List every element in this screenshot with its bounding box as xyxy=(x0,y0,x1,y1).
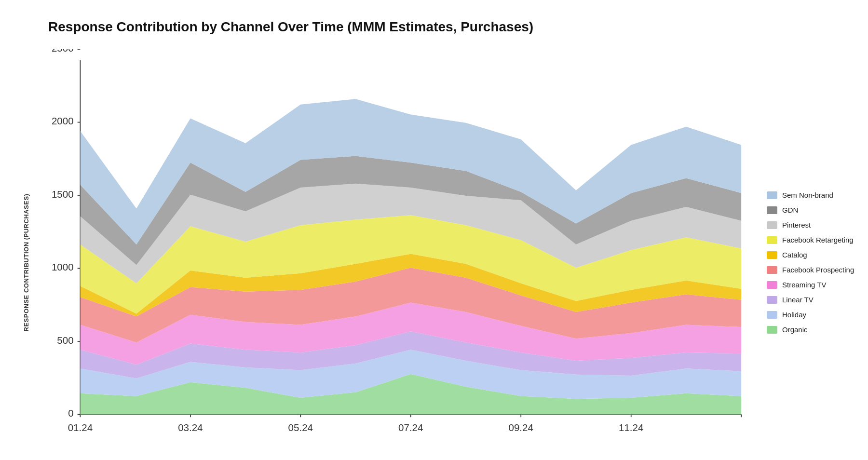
chart-plot-area: 0 500 1000 1500 2000 xyxy=(36,49,752,460)
legend-item-pinterest: Pinterest xyxy=(767,221,858,229)
legend-label-fb-prospecting: Facebook Prospecting xyxy=(782,266,854,274)
legend-swatch-gdn xyxy=(767,206,777,214)
svg-text:1500: 1500 xyxy=(52,189,74,200)
svg-text:11.24: 11.24 xyxy=(619,422,643,433)
legend-swatch-pinterest xyxy=(767,221,777,229)
svg-text:2000: 2000 xyxy=(52,115,74,126)
legend-container: Sem Non-brand GDN Pinterest Facebook Ret… xyxy=(752,49,858,460)
legend-item-catalog: Catalog xyxy=(767,251,858,259)
svg-text:09.24: 09.24 xyxy=(509,422,533,433)
legend-item-fb-prospecting: Facebook Prospecting xyxy=(767,266,858,274)
chart-title: Response Contribution by Channel Over Ti… xyxy=(19,19,858,35)
legend-label-organic: Organic xyxy=(782,325,808,334)
legend-item-streaming-tv: Streaming TV xyxy=(767,281,858,289)
svg-text:0: 0 xyxy=(68,407,73,419)
y-axis-label-container: RESPONSE CONTRIBUTION (PURCHASES) xyxy=(19,49,34,460)
legend-label-gdn: GDN xyxy=(782,206,798,214)
legend-item-organic: Organic xyxy=(767,325,858,334)
legend-label-catalog: Catalog xyxy=(782,251,807,259)
legend-swatch-organic xyxy=(767,326,777,334)
legend-label-holiday: Holiday xyxy=(782,311,806,319)
svg-text:03.24: 03.24 xyxy=(178,422,203,433)
svg-text:500: 500 xyxy=(57,334,73,345)
svg-text:05.24: 05.24 xyxy=(288,422,313,433)
legend-swatch-linear-tv xyxy=(767,296,777,304)
svg-text:07.24: 07.24 xyxy=(398,422,423,433)
chart-plot-and-legend: 0 500 1000 1500 2000 xyxy=(36,49,858,460)
legend-item-sem-nonbrand: Sem Non-brand xyxy=(767,191,858,199)
chart-container: Response Contribution by Channel Over Ti… xyxy=(0,0,868,460)
legend-item-fb-retargeting: Facebook Retargeting xyxy=(767,236,858,244)
legend-label-sem-nonbrand: Sem Non-brand xyxy=(782,191,833,199)
chart-svg-area: 0 500 1000 1500 2000 xyxy=(36,49,752,460)
legend-swatch-streaming-tv xyxy=(767,281,777,289)
legend-swatch-fb-retargeting xyxy=(767,236,777,244)
y-axis-label: RESPONSE CONTRIBUTION (PURCHASES) xyxy=(23,193,30,331)
legend-label-pinterest: Pinterest xyxy=(782,221,811,229)
legend-item-holiday: Holiday xyxy=(767,311,858,319)
legend-label-fb-retargeting: Facebook Retargeting xyxy=(782,236,854,244)
legend-swatch-catalog xyxy=(767,251,777,259)
chart-body: RESPONSE CONTRIBUTION (PURCHASES) xyxy=(19,49,858,460)
svg-text:1000: 1000 xyxy=(52,261,74,272)
legend-swatch-holiday xyxy=(767,311,777,319)
chart-area-wrapper: 0 500 1000 1500 2000 xyxy=(36,49,858,460)
legend-item-linear-tv: Linear TV xyxy=(767,296,858,304)
svg-text:01.24: 01.24 xyxy=(68,422,93,433)
legend-label-linear-tv: Linear TV xyxy=(782,296,814,304)
svg-text:2500: 2500 xyxy=(52,49,74,54)
legend-item-gdn: GDN xyxy=(767,206,858,214)
legend-swatch-sem-nonbrand xyxy=(767,191,777,199)
legend-label-streaming-tv: Streaming TV xyxy=(782,281,826,289)
legend-swatch-fb-prospecting xyxy=(767,266,777,274)
